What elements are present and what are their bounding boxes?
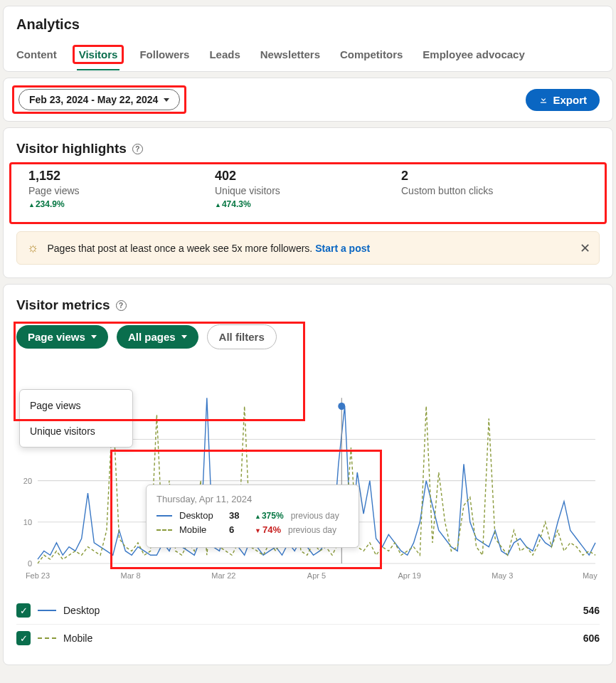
lightbulb-icon: ☼: [27, 240, 39, 255]
tab-newsletters[interactable]: Newsletters: [260, 41, 320, 70]
svg-text:Mar 22: Mar 22: [211, 571, 235, 580]
metrics-card: Visitor metrics ? Page views All pages A…: [3, 284, 613, 665]
svg-text:20: 20: [23, 477, 32, 485]
legend-row-mobile[interactable]: ✓Mobile606: [16, 624, 600, 652]
chart-tooltip: Thursday, Apr 11, 2024 Desktop38375%prev…: [146, 485, 359, 548]
tab-content[interactable]: Content: [16, 41, 57, 70]
checkbox-icon[interactable]: ✓: [16, 631, 31, 645]
tooltip-date: Thursday, Apr 11, 2024: [156, 494, 349, 504]
highlights-card: Visitor highlights ? 1,152Page views234.…: [3, 127, 613, 278]
metric-dropdown: Page viewsUnique visitors: [19, 389, 133, 448]
pages-filter[interactable]: All pages: [117, 325, 198, 349]
highlight-page-views: 1,152Page views234.9%: [28, 169, 215, 209]
tooltip-row: Mobile674%previous day: [156, 524, 349, 535]
toolbar-card: Feb 23, 2024 - May 22, 2024 Export: [3, 78, 613, 122]
tab-visitors[interactable]: Visitors: [77, 41, 120, 70]
help-icon[interactable]: ?: [132, 144, 143, 154]
pages-filter-label: All pages: [128, 331, 176, 343]
export-button[interactable]: Export: [526, 89, 600, 111]
tab-leads[interactable]: Leads: [209, 41, 240, 70]
svg-text:10: 10: [23, 518, 32, 526]
download-icon: [538, 95, 548, 105]
svg-text:Apr 5: Apr 5: [307, 571, 326, 580]
checkbox-icon[interactable]: ✓: [16, 603, 31, 618]
metric-filter[interactable]: Page views: [16, 325, 108, 349]
dropdown-item[interactable]: Page views: [20, 393, 132, 418]
chart-legend: ✓Desktop546✓Mobile606: [4, 591, 612, 665]
svg-text:0: 0: [28, 559, 32, 568]
tip-banner: ☼ Pages that post at least once a week s…: [16, 231, 600, 265]
tab-competitors[interactable]: Competitors: [340, 41, 403, 70]
highlights-title: Visitor highlights: [16, 141, 127, 157]
chevron-down-icon: [164, 98, 169, 102]
svg-text:Mar 8: Mar 8: [121, 571, 141, 580]
highlight-unique-visitors: 402Unique visitors474.3%: [215, 169, 401, 209]
tabs: ContentVisitorsFollowersLeadsNewsletters…: [16, 41, 600, 71]
analytics-header: Analytics ContentVisitorsFollowersLeadsN…: [3, 6, 613, 72]
svg-point-16: [338, 403, 345, 410]
legend-row-desktop[interactable]: ✓Desktop546: [16, 597, 600, 624]
metrics-title: Visitor metrics: [16, 297, 110, 313]
svg-text:Apr 19: Apr 19: [398, 571, 420, 580]
page-title: Analytics: [16, 16, 600, 33]
export-label: Export: [553, 94, 587, 106]
help-icon[interactable]: ?: [116, 300, 127, 311]
date-range-text: Feb 23, 2024 - May 22, 2024: [29, 94, 158, 105]
filters-row: Page views All pages All filters: [4, 320, 612, 364]
svg-text:May 17: May 17: [583, 571, 600, 580]
chevron-down-icon: [181, 335, 187, 339]
date-range-picker[interactable]: Feb 23, 2024 - May 22, 2024: [18, 89, 180, 110]
chevron-down-icon: [91, 335, 97, 339]
svg-text:Feb 23: Feb 23: [26, 571, 50, 580]
all-filters-label: All filters: [219, 331, 265, 343]
highlight-custom-button-clicks: 2Custom button clicks: [401, 169, 588, 209]
close-icon[interactable]: ✕: [580, 240, 590, 256]
metric-filter-label: Page views: [28, 331, 85, 343]
tab-employee-advocacy[interactable]: Employee advocacy: [423, 41, 524, 70]
all-filters-button[interactable]: All filters: [207, 324, 277, 349]
start-post-link[interactable]: Start a post: [315, 243, 370, 254]
tab-followers[interactable]: Followers: [139, 41, 189, 70]
highlights-row: 1,152Page views234.9%402Unique visitors4…: [16, 166, 600, 221]
tip-text: Pages that post at least once a week see…: [48, 243, 316, 254]
dropdown-item[interactable]: Unique visitors: [20, 418, 132, 444]
tooltip-row: Desktop38375%previous day: [156, 510, 349, 521]
svg-text:May 3: May 3: [492, 571, 513, 580]
